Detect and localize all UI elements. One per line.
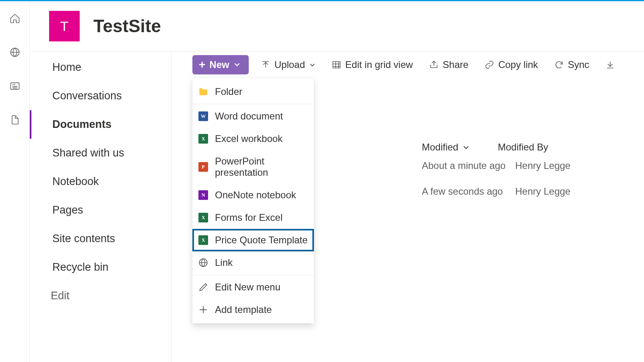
new-menu: Folder W Word document X Excel workbook … bbox=[192, 78, 314, 323]
menu-link-label: Link bbox=[215, 257, 233, 268]
left-nav: Home Conversations Documents Shared with… bbox=[30, 51, 171, 362]
files-icon[interactable] bbox=[8, 113, 22, 127]
col-modified-by[interactable]: Modified By bbox=[498, 142, 548, 153]
separator bbox=[192, 104, 314, 104]
menu-onenote[interactable]: N OneNote notebook bbox=[192, 184, 314, 206]
new-button-label: New bbox=[209, 59, 229, 70]
grid-view-button[interactable]: Edit in grid view bbox=[328, 55, 417, 74]
menu-add-template[interactable]: Add template bbox=[192, 298, 314, 321]
chevron-down-icon bbox=[309, 59, 316, 70]
plus-icon: + bbox=[199, 59, 205, 70]
share-icon bbox=[429, 60, 439, 70]
cell-modified-by: Henry Legge bbox=[515, 160, 570, 171]
share-button[interactable]: Share bbox=[425, 55, 473, 74]
sync-label: Sync bbox=[568, 59, 589, 70]
menu-link[interactable]: Link bbox=[192, 251, 314, 274]
menu-onenote-label: OneNote notebook bbox=[215, 189, 296, 201]
excel-icon: X bbox=[198, 134, 208, 144]
sync-button[interactable]: Sync bbox=[550, 55, 593, 74]
menu-word-label: Word document bbox=[215, 111, 283, 122]
copy-link-button[interactable]: Copy link bbox=[481, 55, 542, 74]
download-icon bbox=[605, 60, 615, 70]
nav-home[interactable]: Home bbox=[30, 53, 171, 82]
menu-excel-label: Excel workbook bbox=[215, 133, 283, 144]
separator bbox=[192, 275, 314, 275]
upload-icon bbox=[261, 60, 270, 70]
menu-template-label: Price Quote Template bbox=[215, 234, 308, 246]
col-modified[interactable]: Modified bbox=[422, 142, 470, 153]
chevron-down-icon bbox=[462, 144, 470, 151]
folder-icon bbox=[198, 86, 208, 97]
menu-price-quote-template[interactable]: X Price Quote Template bbox=[192, 229, 314, 251]
plus-icon bbox=[198, 304, 208, 315]
nav-shared[interactable]: Shared with us bbox=[30, 139, 171, 167]
sync-icon bbox=[554, 60, 564, 70]
menu-forms-excel[interactable]: X Forms for Excel bbox=[192, 206, 314, 229]
menu-powerpoint[interactable]: P PowerPoint presentation bbox=[192, 150, 314, 184]
globe-icon bbox=[198, 257, 208, 268]
excel-icon: X bbox=[198, 212, 208, 223]
command-bar: + New Upload Edit in grid view bbox=[171, 51, 644, 78]
pencil-icon bbox=[198, 282, 208, 292]
word-icon: W bbox=[198, 111, 208, 121]
nav-pages[interactable]: Pages bbox=[30, 196, 171, 224]
menu-excel[interactable]: X Excel workbook bbox=[192, 128, 314, 150]
nav-edit[interactable]: Edit bbox=[30, 282, 171, 310]
col-modified-label: Modified bbox=[422, 142, 458, 153]
app-rail bbox=[0, 1, 30, 362]
menu-edit-new-menu[interactable]: Edit New menu bbox=[192, 276, 314, 298]
site-title[interactable]: TestSite bbox=[93, 16, 161, 36]
site-logo[interactable]: T bbox=[49, 11, 80, 41]
onenote-icon: N bbox=[198, 190, 208, 200]
powerpoint-icon: P bbox=[198, 162, 208, 172]
share-label: Share bbox=[443, 59, 469, 70]
svg-rect-2 bbox=[333, 62, 340, 68]
main-area: + New Upload Edit in grid view bbox=[171, 51, 644, 362]
cell-modified: A few seconds ago bbox=[422, 186, 515, 197]
download-button[interactable] bbox=[601, 55, 619, 74]
nav-site-contents[interactable]: Site contents bbox=[30, 224, 171, 253]
nav-conversations[interactable]: Conversations bbox=[30, 82, 171, 110]
home-icon[interactable] bbox=[8, 11, 22, 26]
menu-folder[interactable]: Folder bbox=[192, 80, 314, 103]
upload-label: Upload bbox=[275, 59, 305, 70]
menu-addtpl-label: Add template bbox=[215, 304, 272, 315]
chevron-down-icon bbox=[233, 59, 241, 70]
grid-icon bbox=[332, 60, 341, 70]
svg-rect-1 bbox=[10, 83, 19, 89]
copy-link-label: Copy link bbox=[498, 59, 538, 70]
cell-modified-by: Henry Legge bbox=[515, 186, 570, 197]
nav-notebook[interactable]: Notebook bbox=[30, 167, 171, 196]
nav-documents[interactable]: Documents bbox=[30, 110, 171, 139]
menu-ppt-label: PowerPoint presentation bbox=[215, 156, 308, 178]
grid-label: Edit in grid view bbox=[345, 59, 413, 70]
news-icon[interactable] bbox=[8, 79, 22, 93]
globe-icon[interactable] bbox=[8, 45, 22, 60]
link-icon bbox=[485, 60, 494, 70]
menu-edit-label: Edit New menu bbox=[215, 282, 281, 293]
upload-button[interactable]: Upload bbox=[257, 55, 320, 74]
menu-word[interactable]: W Word document bbox=[192, 105, 314, 128]
menu-forms-label: Forms for Excel bbox=[215, 212, 283, 223]
site-header: T TestSite bbox=[30, 1, 644, 51]
nav-recycle-bin[interactable]: Recycle bin bbox=[30, 253, 171, 282]
cell-modified: About a minute ago bbox=[422, 160, 515, 171]
excel-icon: X bbox=[198, 235, 208, 245]
new-button[interactable]: + New bbox=[192, 55, 249, 74]
menu-folder-label: Folder bbox=[215, 86, 242, 97]
